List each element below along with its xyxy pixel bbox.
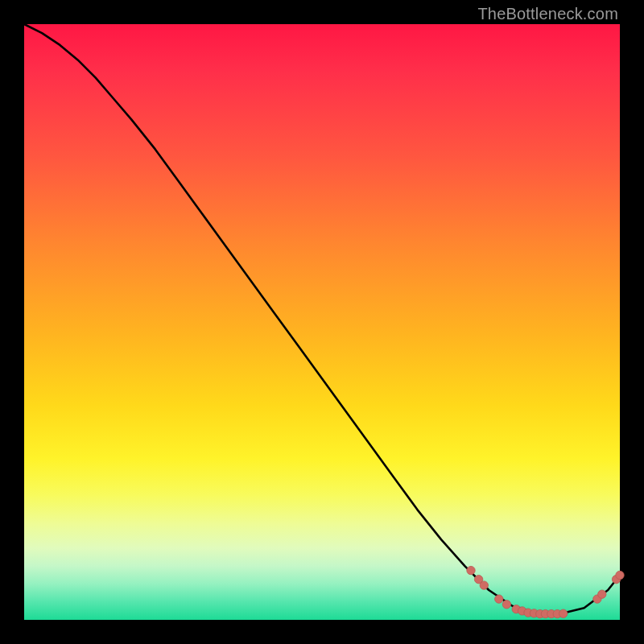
- watermark-text: TheBottleneck.com: [477, 5, 618, 23]
- chart-svg: [24, 24, 620, 620]
- curve-marker: [467, 566, 475, 574]
- curve-marker: [616, 571, 624, 579]
- bottleneck-curve: [24, 24, 620, 614]
- curve-marker: [480, 581, 488, 589]
- curve-marker: [598, 590, 606, 598]
- curve-marker: [502, 601, 510, 609]
- curve-marker: [559, 609, 568, 617]
- chart-frame: TheBottleneck.com: [0, 0, 644, 644]
- plot-area: [24, 24, 620, 620]
- curve-marker: [495, 595, 503, 603]
